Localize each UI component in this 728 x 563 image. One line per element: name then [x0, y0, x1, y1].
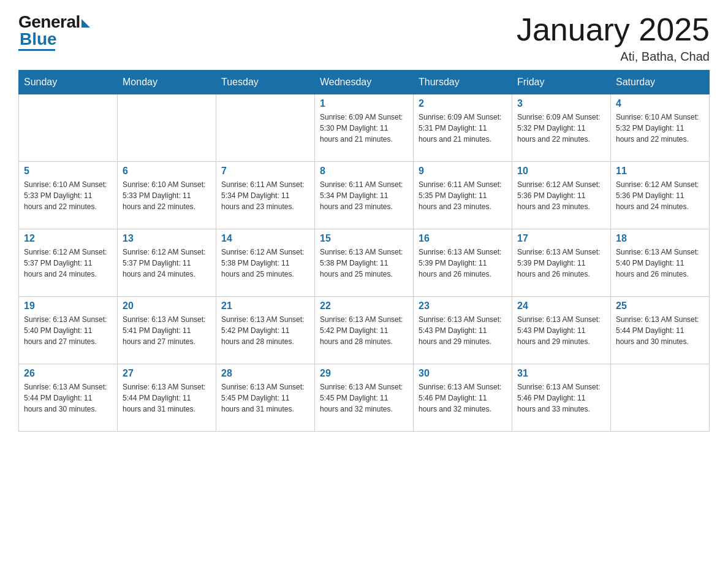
day-number: 8 [320, 166, 408, 177]
calendar-cell: 25Sunrise: 6:13 AM Sunset: 5:44 PM Dayli… [611, 297, 710, 364]
calendar-cell: 26Sunrise: 6:13 AM Sunset: 5:44 PM Dayli… [19, 364, 118, 432]
location-label: Ati, Batha, Chad [517, 50, 710, 64]
calendar-cell: 16Sunrise: 6:13 AM Sunset: 5:39 PM Dayli… [414, 229, 512, 297]
calendar-week-1: 1Sunrise: 6:09 AM Sunset: 5:30 PM Daylig… [19, 94, 710, 162]
day-info: Sunrise: 6:12 AM Sunset: 5:37 PM Dayligh… [24, 247, 112, 280]
calendar-cell: 4Sunrise: 6:10 AM Sunset: 5:32 PM Daylig… [611, 94, 710, 162]
calendar-cell: 13Sunrise: 6:12 AM Sunset: 5:37 PM Dayli… [118, 229, 216, 297]
logo: General Blue [18, 12, 90, 51]
calendar-cell: 10Sunrise: 6:12 AM Sunset: 5:36 PM Dayli… [512, 162, 611, 229]
day-info: Sunrise: 6:13 AM Sunset: 5:43 PM Dayligh… [419, 314, 507, 347]
day-number: 22 [320, 301, 408, 312]
day-number: 26 [24, 368, 112, 379]
day-number: 25 [616, 301, 704, 312]
calendar-week-3: 12Sunrise: 6:12 AM Sunset: 5:37 PM Dayli… [19, 229, 710, 297]
calendar-cell: 2Sunrise: 6:09 AM Sunset: 5:31 PM Daylig… [414, 94, 512, 162]
day-number: 27 [123, 368, 211, 379]
day-info: Sunrise: 6:13 AM Sunset: 5:39 PM Dayligh… [419, 247, 507, 280]
calendar-cell: 11Sunrise: 6:12 AM Sunset: 5:36 PM Dayli… [611, 162, 710, 229]
day-number: 20 [123, 301, 211, 312]
day-info: Sunrise: 6:13 AM Sunset: 5:44 PM Dayligh… [123, 381, 211, 415]
calendar-cell: 12Sunrise: 6:12 AM Sunset: 5:37 PM Dayli… [19, 229, 118, 297]
calendar-header-monday: Monday [118, 71, 216, 94]
calendar-cell: 6Sunrise: 6:10 AM Sunset: 5:33 PM Daylig… [118, 162, 216, 229]
day-info: Sunrise: 6:13 AM Sunset: 5:46 PM Dayligh… [517, 381, 605, 415]
calendar-cell [216, 94, 315, 162]
day-info: Sunrise: 6:13 AM Sunset: 5:46 PM Dayligh… [419, 381, 507, 415]
day-info: Sunrise: 6:13 AM Sunset: 5:38 PM Dayligh… [320, 247, 408, 280]
calendar-header-tuesday: Tuesday [216, 71, 315, 94]
day-info: Sunrise: 6:11 AM Sunset: 5:34 PM Dayligh… [320, 179, 408, 212]
day-info: Sunrise: 6:13 AM Sunset: 5:42 PM Dayligh… [320, 314, 408, 347]
day-number: 14 [221, 233, 309, 244]
day-info: Sunrise: 6:13 AM Sunset: 5:43 PM Dayligh… [517, 314, 605, 347]
day-info: Sunrise: 6:12 AM Sunset: 5:36 PM Dayligh… [517, 179, 605, 212]
calendar-header-row: SundayMondayTuesdayWednesdayThursdayFrid… [19, 71, 710, 94]
day-number: 17 [517, 233, 605, 244]
day-number: 29 [320, 368, 408, 379]
calendar-header-wednesday: Wednesday [315, 71, 414, 94]
day-info: Sunrise: 6:12 AM Sunset: 5:38 PM Dayligh… [221, 247, 309, 280]
day-number: 28 [221, 368, 309, 379]
calendar-week-4: 19Sunrise: 6:13 AM Sunset: 5:40 PM Dayli… [19, 297, 710, 364]
day-info: Sunrise: 6:10 AM Sunset: 5:33 PM Dayligh… [123, 179, 211, 212]
day-info: Sunrise: 6:13 AM Sunset: 5:45 PM Dayligh… [221, 381, 309, 415]
day-info: Sunrise: 6:13 AM Sunset: 5:44 PM Dayligh… [24, 381, 112, 415]
calendar-cell: 20Sunrise: 6:13 AM Sunset: 5:41 PM Dayli… [118, 297, 216, 364]
day-number: 12 [24, 233, 112, 244]
calendar-cell: 1Sunrise: 6:09 AM Sunset: 5:30 PM Daylig… [315, 94, 414, 162]
day-info: Sunrise: 6:13 AM Sunset: 5:45 PM Dayligh… [320, 381, 408, 415]
day-number: 1 [320, 98, 408, 109]
day-number: 18 [616, 233, 704, 244]
calendar-header-saturday: Saturday [611, 71, 710, 94]
day-number: 9 [419, 166, 507, 177]
day-number: 31 [517, 368, 605, 379]
calendar-cell: 27Sunrise: 6:13 AM Sunset: 5:44 PM Dayli… [118, 364, 216, 432]
calendar-cell: 9Sunrise: 6:11 AM Sunset: 5:35 PM Daylig… [414, 162, 512, 229]
calendar-week-2: 5Sunrise: 6:10 AM Sunset: 5:33 PM Daylig… [19, 162, 710, 229]
day-info: Sunrise: 6:11 AM Sunset: 5:34 PM Dayligh… [221, 179, 309, 212]
day-info: Sunrise: 6:13 AM Sunset: 5:42 PM Dayligh… [221, 314, 309, 347]
day-info: Sunrise: 6:13 AM Sunset: 5:41 PM Dayligh… [123, 314, 211, 347]
calendar-cell: 17Sunrise: 6:13 AM Sunset: 5:39 PM Dayli… [512, 229, 611, 297]
day-number: 11 [616, 166, 704, 177]
calendar-cell: 15Sunrise: 6:13 AM Sunset: 5:38 PM Dayli… [315, 229, 414, 297]
day-info: Sunrise: 6:11 AM Sunset: 5:35 PM Dayligh… [419, 179, 507, 212]
day-number: 30 [419, 368, 507, 379]
day-number: 16 [419, 233, 507, 244]
calendar-cell: 3Sunrise: 6:09 AM Sunset: 5:32 PM Daylig… [512, 94, 611, 162]
calendar-cell: 23Sunrise: 6:13 AM Sunset: 5:43 PM Dayli… [414, 297, 512, 364]
day-number: 21 [221, 301, 309, 312]
calendar-cell [118, 94, 216, 162]
day-number: 6 [123, 166, 211, 177]
day-number: 5 [24, 166, 112, 177]
day-number: 19 [24, 301, 112, 312]
calendar-cell: 28Sunrise: 6:13 AM Sunset: 5:45 PM Dayli… [216, 364, 315, 432]
calendar-cell: 5Sunrise: 6:10 AM Sunset: 5:33 PM Daylig… [19, 162, 118, 229]
day-info: Sunrise: 6:13 AM Sunset: 5:39 PM Dayligh… [517, 247, 605, 280]
calendar-header-thursday: Thursday [414, 71, 512, 94]
calendar-week-5: 26Sunrise: 6:13 AM Sunset: 5:44 PM Dayli… [19, 364, 710, 432]
day-info: Sunrise: 6:13 AM Sunset: 5:40 PM Dayligh… [24, 314, 112, 347]
calendar-header-sunday: Sunday [19, 71, 118, 94]
day-info: Sunrise: 6:13 AM Sunset: 5:40 PM Dayligh… [616, 247, 704, 280]
day-info: Sunrise: 6:12 AM Sunset: 5:36 PM Dayligh… [616, 179, 704, 212]
day-number: 13 [123, 233, 211, 244]
page-header: General Blue January 2025 Ati, Batha, Ch… [18, 12, 710, 64]
calendar-table: SundayMondayTuesdayWednesdayThursdayFrid… [18, 70, 710, 432]
day-info: Sunrise: 6:09 AM Sunset: 5:30 PM Dayligh… [320, 112, 408, 145]
day-number: 4 [616, 98, 704, 109]
day-info: Sunrise: 6:10 AM Sunset: 5:32 PM Dayligh… [616, 112, 704, 145]
calendar-cell [19, 94, 118, 162]
day-number: 23 [419, 301, 507, 312]
logo-arrow-icon [82, 19, 90, 28]
day-number: 10 [517, 166, 605, 177]
calendar-cell: 29Sunrise: 6:13 AM Sunset: 5:45 PM Dayli… [315, 364, 414, 432]
calendar-cell: 7Sunrise: 6:11 AM Sunset: 5:34 PM Daylig… [216, 162, 315, 229]
month-title: January 2025 [517, 12, 710, 47]
calendar-cell: 14Sunrise: 6:12 AM Sunset: 5:38 PM Dayli… [216, 229, 315, 297]
title-section: January 2025 Ati, Batha, Chad [517, 12, 710, 64]
day-number: 3 [517, 98, 605, 109]
calendar-cell: 21Sunrise: 6:13 AM Sunset: 5:42 PM Dayli… [216, 297, 315, 364]
calendar-cell [611, 364, 710, 432]
